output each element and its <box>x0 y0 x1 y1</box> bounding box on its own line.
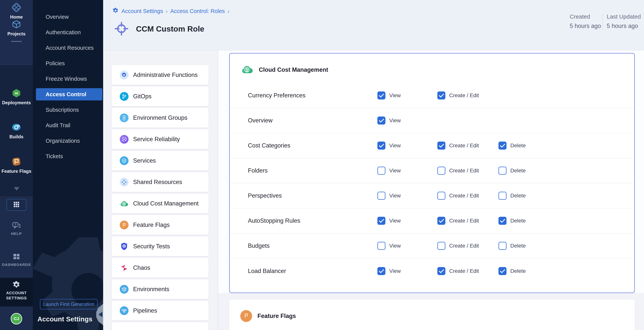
checked-checkbox[interactable] <box>437 217 446 225</box>
resource-card-environment-groups[interactable]: Environment Groups <box>112 108 208 128</box>
unchecked-checkbox[interactable] <box>498 242 506 250</box>
resource-card-environments[interactable]: Environments <box>112 279 208 299</box>
page-header: Account Settings›Access Control: Roles› … <box>103 0 644 50</box>
checked-checkbox[interactable] <box>378 141 386 149</box>
permission-name: Perspectives <box>248 183 282 208</box>
checked-checkbox[interactable] <box>437 267 446 275</box>
feature-flags-icon-circle <box>240 310 252 322</box>
resource-card-pipelines[interactable]: Pipelines <box>112 301 208 320</box>
breadcrumb-link[interactable]: Account Settings <box>122 8 163 14</box>
resource-card-feature-flags[interactable]: Feature Flags <box>112 215 208 235</box>
unchecked-checkbox[interactable] <box>378 242 386 250</box>
rail-item-label: Builds <box>0 134 33 139</box>
page-title: CCM Custom Role <box>136 25 204 34</box>
gear-icon <box>12 287 21 290</box>
checked-checkbox[interactable] <box>437 141 446 149</box>
avatar[interactable]: CJ <box>11 313 22 324</box>
resource-card-shared-resources[interactable]: Shared Resources <box>112 172 208 192</box>
unchecked-checkbox[interactable] <box>378 167 386 175</box>
cloud-cost-management-panel: $ Cloud Cost Management Currency Prefere… <box>229 53 635 293</box>
resource-card-label: Administrative Functions <box>133 72 198 78</box>
permission-check: Delete <box>498 133 526 158</box>
rail-item-featureflags[interactable]: Feature Flags <box>0 157 33 174</box>
sidebar-item-overview[interactable]: Overview <box>33 9 103 25</box>
help-chat-icon: ? <box>12 222 21 230</box>
rail-drag-handle[interactable] <box>11 41 22 42</box>
checked-checkbox[interactable] <box>498 267 506 275</box>
checked-checkbox[interactable] <box>498 217 506 225</box>
gear-watermark-icon <box>33 227 103 330</box>
rail-item-builds[interactable]: Builds <box>0 122 33 139</box>
sidebar-item-access-control[interactable]: Access Control <box>36 88 102 100</box>
permission-check: View <box>378 158 401 183</box>
checkbox-label: Create / Edit <box>449 168 479 174</box>
checkbox-label: View <box>389 117 401 124</box>
sidebar-item-subscriptions[interactable]: Subscriptions <box>33 102 103 118</box>
role-crosshair-icon <box>114 22 129 37</box>
unchecked-checkbox[interactable] <box>437 242 446 250</box>
rail-item-dashboards[interactable]: DASHBOARDS <box>0 253 33 267</box>
checked-checkbox[interactable] <box>437 91 446 99</box>
shared-resources-icon <box>120 178 128 187</box>
unchecked-checkbox[interactable] <box>498 192 506 200</box>
rail-item-help[interactable]: ?HELP <box>0 222 33 236</box>
checked-checkbox[interactable] <box>378 91 386 99</box>
resource-card-gitops[interactable]: GitOps <box>112 86 208 106</box>
permission-check: Create / Edit <box>437 158 479 183</box>
sidebar-item-tickets[interactable]: Tickets <box>33 149 103 164</box>
home-icon <box>12 3 21 12</box>
unchecked-checkbox[interactable] <box>437 167 446 175</box>
permission-check: Delete <box>498 208 526 233</box>
resource-card-administrative-functions[interactable]: Administrative Functions <box>112 65 208 85</box>
resource-card-security-tests[interactable]: Security Tests <box>112 236 208 256</box>
sidebar-item-authentication[interactable]: Authentication <box>33 25 103 40</box>
sidebar-item-audit-trail[interactable]: Audit Trail <box>33 118 103 133</box>
sidebar-item-freeze-windows[interactable]: Freeze Windows <box>33 71 103 87</box>
last-updated-value: 5 hours ago <box>607 23 641 30</box>
permission-row-autostopping-rules: AutoStopping RulesViewCreate / EditDelet… <box>230 208 634 233</box>
meta-divider <box>602 14 603 30</box>
sidebar-item-policies[interactable]: Policies <box>33 56 103 71</box>
checkbox-label: Create / Edit <box>449 218 479 224</box>
module-selector-button[interactable] <box>6 199 26 211</box>
resource-card-label: Service Reliability <box>133 136 180 143</box>
rail-item-projects[interactable]: Projects <box>0 20 33 37</box>
rail-item-deployments[interactable]: ∞Deployments <box>0 88 33 105</box>
resource-card-label: Pipelines <box>133 307 157 314</box>
resource-card-cloud-cost-management[interactable]: $Cloud Cost Management <box>112 194 208 213</box>
sidebar-title: Account Settings <box>38 315 92 323</box>
checkbox-label: Delete <box>510 243 526 249</box>
resource-card-partial[interactable] <box>112 322 208 330</box>
breadcrumb-link[interactable]: Access Control: Roles <box>170 8 225 14</box>
chevron-down-icon[interactable] <box>14 187 20 191</box>
checkbox-label: Create / Edit <box>449 142 479 149</box>
permission-row-load-balancer: Load BalancerViewCreate / EditDelete <box>230 258 634 283</box>
rail-item-account-settings[interactable]: ACCOUNT SETTINGS <box>0 278 33 306</box>
checked-checkbox[interactable] <box>498 141 506 149</box>
resource-card-services[interactable]: Services <box>112 151 208 171</box>
resource-card-chaos[interactable]: Chaos <box>112 258 208 278</box>
created-label: Created <box>570 13 601 20</box>
checkbox-label: Create / Edit <box>449 92 479 98</box>
unchecked-checkbox[interactable] <box>498 167 506 175</box>
permission-check: View <box>378 258 401 283</box>
checkbox-label: View <box>389 243 401 249</box>
svg-text:$: $ <box>123 202 125 206</box>
launch-first-generation-button[interactable]: Launch First Generation <box>40 299 98 309</box>
sidebar-item-account-resources[interactable]: Account Resources <box>33 40 103 56</box>
sidebar-item-organizations[interactable]: Organizations <box>33 133 103 149</box>
unchecked-checkbox[interactable] <box>378 192 386 200</box>
checkbox-label: Create / Edit <box>449 193 479 199</box>
checked-checkbox[interactable] <box>378 116 386 124</box>
pipelines-chain-icon <box>120 306 128 315</box>
rail-item-home[interactable]: Home <box>0 3 33 20</box>
resource-card-service-reliability[interactable]: Service Reliability <box>112 129 208 149</box>
checked-checkbox[interactable] <box>378 267 386 275</box>
unchecked-checkbox[interactable] <box>437 192 446 200</box>
section-title: Cloud Cost Management <box>259 66 328 73</box>
permission-check: View <box>378 233 401 258</box>
permission-row-perspectives: PerspectivesViewCreate / EditDelete <box>230 183 634 208</box>
section-header: Feature Flags <box>240 310 296 322</box>
checked-checkbox[interactable] <box>378 217 386 225</box>
feature-flags-panel[interactable]: Feature Flags <box>229 300 635 330</box>
